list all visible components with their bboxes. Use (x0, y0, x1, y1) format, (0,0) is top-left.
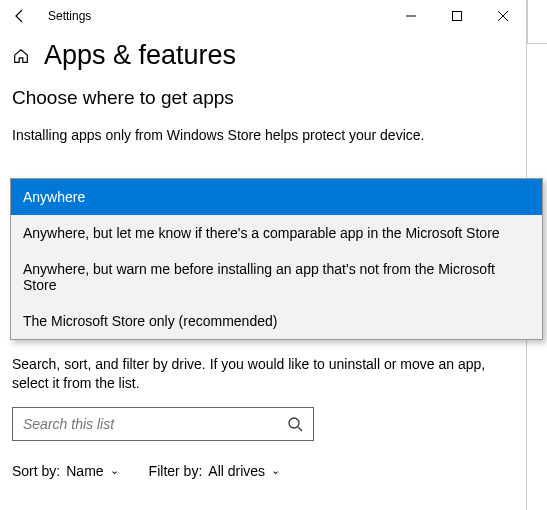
chevron-down-icon: ⌄ (110, 464, 119, 477)
maximize-button[interactable] (434, 0, 480, 32)
sort-value: Name (66, 463, 103, 479)
dropdown-option[interactable]: The Microsoft Store only (recommended) (11, 303, 542, 339)
search-icon (287, 416, 303, 432)
section-subtext: Installing apps only from Windows Store … (12, 127, 514, 143)
maximize-icon (452, 11, 462, 21)
sort-label: Sort by: (12, 463, 60, 479)
search-help-text: Search, sort, and filter by drive. If yo… (12, 355, 514, 393)
home-icon[interactable] (12, 47, 30, 65)
window-title: Settings (48, 9, 388, 23)
dropdown-option[interactable]: Anywhere (11, 179, 542, 215)
search-box[interactable] (12, 407, 314, 441)
minimize-button[interactable] (388, 0, 434, 32)
section-title: Choose where to get apps (12, 87, 514, 109)
back-button[interactable] (0, 0, 40, 32)
svg-point-4 (289, 418, 299, 428)
filter-value: All drives (208, 463, 265, 479)
search-input[interactable] (23, 416, 287, 432)
svg-line-5 (298, 427, 302, 431)
close-button[interactable] (480, 0, 526, 32)
app-source-dropdown[interactable]: Anywhere Anywhere, but let me know if th… (10, 178, 543, 340)
filter-label: Filter by: (149, 463, 203, 479)
page-title: Apps & features (44, 40, 236, 71)
chevron-down-icon: ⌄ (271, 464, 280, 477)
dropdown-option[interactable]: Anywhere, but let me know if there's a c… (11, 215, 542, 251)
svg-rect-1 (453, 12, 462, 21)
sort-by-control[interactable]: Sort by: Name ⌄ (12, 463, 119, 479)
filter-by-control[interactable]: Filter by: All drives ⌄ (149, 463, 280, 479)
close-icon (498, 11, 508, 21)
arrow-left-icon (12, 8, 28, 24)
minimize-icon (406, 11, 416, 21)
dropdown-option[interactable]: Anywhere, but warn me before installing … (11, 251, 542, 303)
